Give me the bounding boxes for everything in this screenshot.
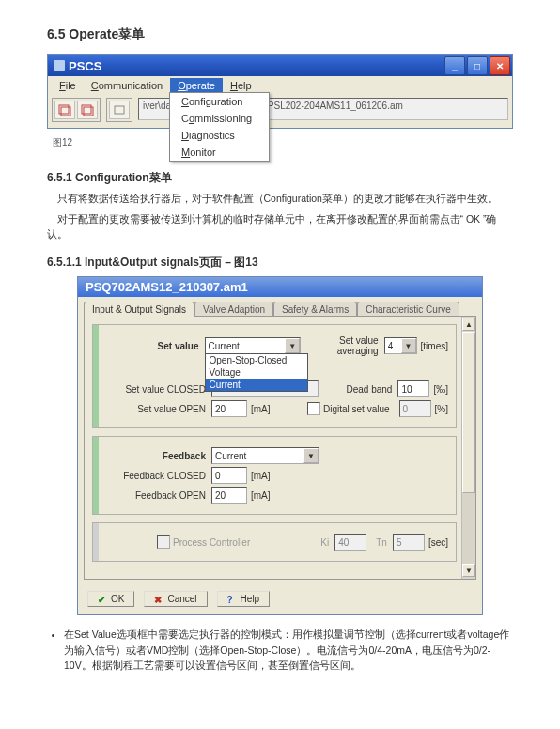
maximize-button[interactable]: □ bbox=[467, 56, 488, 75]
setvalue-label: Set value bbox=[101, 341, 205, 351]
dd-monitor[interactable]: Monitor bbox=[170, 144, 269, 161]
chevron-down-icon: ▼ bbox=[285, 338, 300, 353]
ki-label: Ki bbox=[320, 537, 334, 548]
toolbar-group-2 bbox=[106, 98, 132, 122]
window-title: PSCS bbox=[69, 59, 444, 73]
deadband-label: Dead band bbox=[347, 384, 398, 395]
setvalue-closed-label: Set value CLOSED bbox=[101, 384, 211, 395]
titlebar: PSCS _ □ ✕ bbox=[48, 55, 512, 76]
process-controller-checkbox bbox=[157, 535, 170, 549]
toolbar-btn-1[interactable] bbox=[54, 101, 75, 119]
digital-setvalue-label: Digital set value bbox=[323, 404, 396, 414]
avg-unit: [times] bbox=[417, 341, 448, 351]
figure-12-label: 图12 bbox=[47, 132, 513, 157]
toolbar: iver\datensatz\AMS\Standard\PSL202-204AM… bbox=[48, 95, 512, 128]
help-button[interactable]: ?Help bbox=[217, 591, 271, 607]
question-icon: ? bbox=[227, 595, 237, 604]
ki-field: 40 bbox=[334, 534, 366, 551]
ok-button[interactable]: ✔OK bbox=[87, 591, 134, 607]
feedback-label: Feedback bbox=[101, 451, 211, 461]
minimize-button[interactable]: _ bbox=[444, 56, 465, 75]
feedback-open-field[interactable]: 20 bbox=[211, 487, 247, 504]
bullet-1: 在Set Value选项框中需要选定执行器的控制模式：用作模拟量调节控制（选择c… bbox=[64, 627, 513, 673]
feedback-select-value: Current bbox=[215, 451, 246, 461]
deadband-unit: [‰] bbox=[429, 384, 448, 395]
scroll-thumb[interactable] bbox=[462, 332, 475, 493]
setvalue-open-unit: [mA] bbox=[247, 404, 271, 414]
chevron-down-icon: ▼ bbox=[303, 448, 319, 463]
digital-setvalue-checkbox[interactable] bbox=[307, 402, 320, 415]
feedback-closed-label: Feedback CLOSED bbox=[101, 471, 211, 481]
heading-6-5: 6.5 Operate菜单 bbox=[47, 26, 513, 43]
x-icon: ✖ bbox=[154, 595, 163, 604]
dialog-tabs: Input & Output Signals Valve Adaption Sa… bbox=[78, 297, 482, 316]
feedback-open-unit: [mA] bbox=[247, 490, 271, 501]
tn-field: 5 bbox=[393, 534, 425, 551]
process-controller-group: Process Controller Ki 40 Tn 5 [sec] bbox=[92, 522, 457, 562]
app-icon bbox=[54, 60, 65, 71]
opt-voltage[interactable]: Voltage bbox=[206, 366, 307, 379]
tab-io-signals[interactable]: Input & Output Signals bbox=[84, 302, 194, 317]
tn-unit: [sec] bbox=[425, 537, 448, 548]
digital-setvalue-unit: [%] bbox=[431, 404, 448, 414]
opt-open-stop-closed[interactable]: Open-Stop-Closed bbox=[206, 354, 307, 366]
avg-select[interactable]: 4 ▼ bbox=[384, 337, 417, 354]
avg-value: 4 bbox=[388, 341, 394, 351]
tab-safety-alarms[interactable]: Safety & Alarms bbox=[273, 302, 357, 317]
vertical-scrollbar[interactable]: ▲ ▼ bbox=[461, 317, 475, 579]
avg-label: Set value averaging bbox=[301, 335, 384, 356]
dd-commissioning[interactable]: Commissioning bbox=[170, 110, 269, 127]
menu-operate[interactable]: Operate bbox=[170, 78, 223, 93]
setvalue-open-label: Set value OPEN bbox=[101, 404, 211, 414]
config-dialog: PSQ702AMS12_210307.am1 Input & Output Si… bbox=[77, 276, 483, 615]
scroll-up-icon[interactable]: ▲ bbox=[462, 318, 475, 331]
feedback-closed-unit: [mA] bbox=[247, 471, 271, 481]
tab-valve-adaption[interactable]: Valve Adaption bbox=[194, 302, 273, 317]
toolbar-group-1 bbox=[52, 98, 101, 122]
feedback-select[interactable]: Current ▼ bbox=[211, 447, 319, 464]
pscs-window: PSCS _ □ ✕ File Communication Operate He… bbox=[47, 54, 513, 129]
dialog-title: PSQ702AMS12_210307.am1 bbox=[78, 277, 482, 297]
heading-6-5-1: 6.5.1 Configuration菜单 bbox=[47, 170, 513, 186]
menu-help[interactable]: Help bbox=[223, 78, 259, 93]
scroll-down-icon[interactable]: ▼ bbox=[462, 564, 475, 577]
tn-label: Tn bbox=[376, 537, 393, 548]
setvalue-options: Open-Stop-Closed Voltage Current bbox=[205, 353, 308, 392]
feedback-open-label: Feedback OPEN bbox=[101, 490, 211, 501]
setvalue-group: Set value Current ▼ Open-Stop-Closed Vol… bbox=[92, 324, 457, 428]
feedback-group: Feedback Current ▼ Feedback CLOSED 0 [mA… bbox=[92, 436, 457, 515]
setvalue-open-field[interactable]: 20 bbox=[211, 400, 247, 417]
cancel-button[interactable]: ✖Cancel bbox=[144, 591, 207, 607]
operate-dropdown: Configuration Commissioning Diagnostics … bbox=[169, 92, 270, 162]
heading-6-5-1-1: 6.5.1.1 Input&Output signals页面 – 图13 bbox=[47, 255, 513, 271]
close-button[interactable]: ✕ bbox=[490, 56, 510, 75]
setvalue-select[interactable]: Current ▼ bbox=[205, 337, 302, 354]
chevron-down-icon: ▼ bbox=[401, 338, 416, 353]
toolbar-btn-3[interactable] bbox=[109, 101, 130, 119]
check-icon: ✔ bbox=[98, 595, 107, 604]
menu-file[interactable]: File bbox=[52, 78, 84, 93]
setvalue-select-value: Current bbox=[209, 341, 240, 351]
menubar: File Communication Operate Help bbox=[48, 76, 512, 95]
process-controller-label: Process Controller bbox=[173, 537, 250, 548]
bullet-list: 在Set Value选项框中需要选定执行器的控制模式：用作模拟量调节控制（选择c… bbox=[47, 627, 513, 673]
svg-rect-4 bbox=[115, 106, 124, 114]
menu-communication[interactable]: Communication bbox=[84, 78, 170, 93]
feedback-closed-field[interactable]: 0 bbox=[211, 467, 247, 484]
dd-configuration[interactable]: Configuration bbox=[170, 93, 269, 110]
deadband-field[interactable]: 10 bbox=[397, 380, 429, 397]
opt-current[interactable]: Current bbox=[206, 379, 307, 391]
tab-char-curve[interactable]: Characteristic Curve bbox=[357, 302, 459, 317]
digital-setvalue-field: 0 bbox=[399, 400, 431, 417]
toolbar-btn-2[interactable] bbox=[77, 101, 98, 119]
dialog-buttons: ✔OK ✖Cancel ?Help bbox=[78, 585, 482, 614]
para-651-b: 对于配置的更改需要被传送到计算机的临时存储单元中，在离开修改配置的界面前需点击“… bbox=[47, 212, 513, 242]
para-651-a: 只有将数据传送给执行器后，对于软件配置（Configuration菜单）的更改才… bbox=[47, 192, 513, 207]
dd-diagnostics[interactable]: Diagnostics bbox=[170, 127, 269, 144]
